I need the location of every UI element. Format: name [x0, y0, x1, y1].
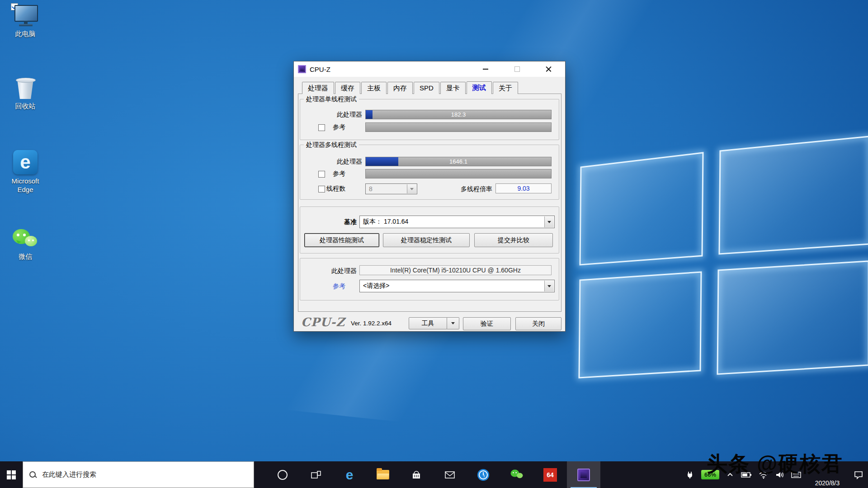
- task-view-icon: [310, 469, 322, 481]
- tools-dropdown-arrow[interactable]: [447, 317, 459, 329]
- this-processor-label: 此处理器: [300, 266, 357, 276]
- bench-cpu-button[interactable]: 处理器性能测试: [304, 233, 379, 247]
- wallpaper-window-logo: [567, 127, 868, 398]
- clock-icon: [477, 469, 489, 481]
- cpuz-app-icon: [298, 65, 306, 73]
- tab-spd[interactable]: SPD: [414, 82, 439, 94]
- ratio-value-box: 9.03: [495, 183, 552, 193]
- cortana-icon: [278, 470, 288, 480]
- reference-label: 参考: [300, 122, 345, 132]
- tray-date-text: 2020/8/3: [808, 479, 847, 487]
- chevron-down-icon[interactable]: [544, 216, 554, 227]
- wechat-icon: [13, 228, 38, 250]
- title-bar[interactable]: CPU-Z: [294, 61, 565, 77]
- processor-name-box: Intel(R) Core(TM) i5-10210U CPU @ 1.60GH…: [359, 265, 552, 275]
- store-icon: [410, 469, 422, 481]
- group-title: 处理器多线程测试: [304, 141, 359, 149]
- validate-button[interactable]: 验证: [463, 317, 511, 330]
- reference-label: 参考: [300, 169, 345, 178]
- reference-select-value: <请选择>: [363, 282, 389, 290]
- group-title: 处理器单线程测试: [304, 95, 359, 103]
- desktop-icon-label: Microsoft Edge: [4, 177, 47, 194]
- version-text: Ver. 1.92.2.x64: [351, 320, 392, 327]
- tab-bar: 处理器 缓存 主板 内存 SPD 显卡 测试 关于: [302, 82, 519, 94]
- submit-compare-button[interactable]: 提交并比较: [474, 233, 553, 247]
- desktop-icon-recycle-bin[interactable]: 回收站: [4, 77, 47, 111]
- action-center-icon[interactable]: [854, 470, 863, 479]
- cpu-row-label: 此处理器: [300, 157, 362, 166]
- cpuz-icon: [577, 469, 590, 481]
- power-plug-icon[interactable]: [685, 470, 694, 479]
- single-thread-score: 182.3: [366, 110, 551, 119]
- tab-cpu[interactable]: 处理器: [302, 82, 334, 94]
- ratio-label: 多线程倍率: [409, 184, 492, 194]
- stress-cpu-button[interactable]: 处理器稳定性测试: [383, 233, 470, 247]
- taskbar-icons: e: [266, 461, 600, 488]
- single-thread-bar: 182.3: [365, 110, 552, 119]
- close-window-button[interactable]: 关闭: [515, 317, 561, 330]
- reference-select-combo[interactable]: <请选择>: [359, 280, 555, 292]
- start-button[interactable]: [0, 461, 23, 488]
- desktop-icon-edge[interactable]: e Microsoft Edge: [4, 150, 47, 194]
- desktop-icon-label: 此电脑: [15, 30, 36, 38]
- tab-about[interactable]: 关于: [493, 82, 518, 94]
- tools-button[interactable]: 工具: [409, 317, 447, 329]
- desktop-icon-label: 微信: [19, 253, 32, 261]
- search-placeholder: 在此键入进行搜索: [42, 470, 96, 479]
- threads-label: 线程数: [300, 184, 345, 193]
- threads-value: 8: [369, 185, 373, 192]
- file-explorer-button[interactable]: [366, 461, 400, 488]
- bench-label: 基准: [300, 217, 357, 227]
- wechat-taskbar-button[interactable]: [500, 461, 533, 488]
- chevron-down-icon[interactable]: [544, 281, 554, 291]
- edge-icon: e: [346, 468, 354, 482]
- desktop-icon-label: 回收站: [15, 102, 36, 111]
- recycle-bin-icon: [15, 77, 36, 99]
- task-view-button[interactable]: [299, 461, 333, 488]
- watermark-text: 头条 @硬核君: [707, 450, 843, 478]
- multi-thread-reference-bar: [365, 169, 552, 178]
- tab-mainboard[interactable]: 主板: [361, 82, 387, 94]
- cpuz-logo: CPU-Z: [301, 315, 345, 329]
- this-pc-icon: [13, 5, 38, 27]
- file-explorer-icon: [377, 470, 389, 479]
- edge-icon: e: [13, 150, 38, 174]
- cortana-button[interactable]: [266, 461, 299, 488]
- tab-graphics[interactable]: 显卡: [440, 82, 466, 94]
- taskbar-search[interactable]: 在此键入进行搜索: [23, 461, 254, 488]
- tools-split-button[interactable]: 工具: [409, 317, 459, 329]
- mail-icon: [444, 469, 456, 481]
- wechat-icon: [511, 469, 523, 480]
- cpu-row-label: 此处理器: [300, 110, 362, 119]
- app-64-button[interactable]: 64: [533, 461, 567, 488]
- tab-memory[interactable]: 内存: [387, 82, 413, 94]
- close-button[interactable]: [537, 61, 561, 77]
- bench-group: 基准 版本： 17.01.64 处理器性能测试 处理器稳定性测试 提交并比较: [300, 206, 559, 253]
- search-icon: [29, 471, 37, 479]
- clock-app-button[interactable]: [467, 461, 500, 488]
- multi-thread-bar: 1646.1: [365, 157, 552, 166]
- single-thread-reference-bar: [365, 122, 552, 132]
- tab-caches[interactable]: 缓存: [335, 82, 360, 94]
- tab-bench[interactable]: 测试: [467, 81, 492, 94]
- maximize-button: [505, 61, 529, 77]
- bench-version-combo[interactable]: 版本： 17.01.64: [359, 216, 555, 228]
- single-thread-group: 处理器单线程测试 此处理器 182.3 参考: [300, 99, 559, 140]
- edge-taskbar-button[interactable]: e: [333, 461, 366, 488]
- desktop-icon-this-pc[interactable]: 此电脑: [4, 5, 47, 38]
- windows-logo-icon: [7, 470, 16, 479]
- desktop: 此电脑 回收站 e Microsoft Edge 微信 头条 @硬核君 CPU-…: [0, 0, 868, 488]
- multi-thread-group: 处理器多线程测试 此处理器 1646.1 参考 线程数 8 多线程倍率 9.03: [300, 145, 559, 200]
- desktop-icon-wechat[interactable]: 微信: [4, 228, 47, 261]
- cpuz-taskbar-button[interactable]: [567, 461, 600, 488]
- minimize-button[interactable]: [474, 61, 497, 77]
- badge-64-icon: 64: [543, 468, 557, 482]
- store-button[interactable]: [400, 461, 433, 488]
- bench-version-value: 版本： 17.01.64: [363, 218, 408, 226]
- multi-thread-score: 1646.1: [366, 157, 551, 166]
- reference-group: 此处理器 Intel(R) Core(TM) i5-10210U CPU @ 1…: [300, 258, 559, 300]
- cpuz-window: CPU-Z 处理器 缓存 主板 内存 SPD 显卡 测试 关于 处理器单线程测试…: [293, 61, 566, 332]
- window-title: CPU-Z: [310, 66, 330, 73]
- reference-link-label[interactable]: 参考: [300, 282, 345, 291]
- mail-button[interactable]: [433, 461, 467, 488]
